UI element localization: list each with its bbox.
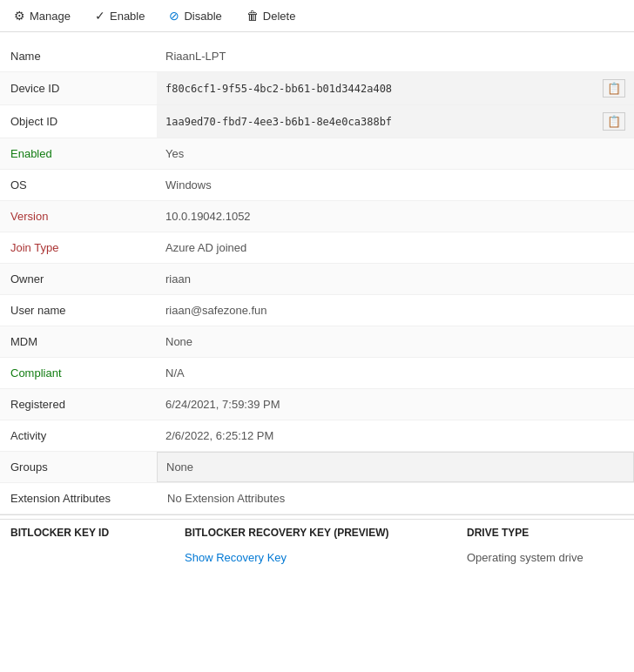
object-id-text: 1aa9ed70-fbd7-4ee3-b6b1-8e4e0ca388bf xyxy=(165,116,392,128)
user-name-label: User name xyxy=(0,295,157,326)
owner-value: riaan xyxy=(157,264,634,294)
enabled-label: Enabled xyxy=(0,138,157,169)
manage-icon: ⚙ xyxy=(14,9,25,23)
mdm-label: MDM xyxy=(0,326,157,357)
user-name-value: riaan@safezone.fun xyxy=(157,295,634,326)
device-id-text: f80c6cf1-9f55-4bc2-bb61-b01d3442a408 xyxy=(165,83,392,95)
bitlocker-key-id-header: BITLOCKER KEY ID xyxy=(10,527,185,539)
bitlocker-data-row: Show Recovery Key Operating system drive xyxy=(0,546,634,569)
mdm-row: MDM None xyxy=(0,326,634,358)
object-id-value: 1aa9ed70-fbd7-4ee3-b6b1-8e4e0ca388bf 📋 xyxy=(157,105,634,138)
manage-label: Manage xyxy=(30,10,71,23)
name-value: RiaanL-LPT xyxy=(157,41,634,71)
table-separator xyxy=(0,514,634,515)
device-id-value: f80c6cf1-9f55-4bc2-bb61-b01d3442a408 📋 xyxy=(157,72,634,104)
user-name-row: User name riaan@safezone.fun xyxy=(0,295,634,326)
compliant-value: N/A xyxy=(157,358,634,388)
show-recovery-key-link[interactable]: Show Recovery Key xyxy=(185,551,467,564)
enable-label: Enable xyxy=(110,10,145,23)
version-label: Version xyxy=(0,201,157,232)
device-id-row: Device ID f80c6cf1-9f55-4bc2-bb61-b01d34… xyxy=(0,72,634,105)
activity-value: 2/6/2022, 6:25:12 PM xyxy=(157,420,634,451)
bitlocker-key-id-cell xyxy=(10,551,185,564)
drive-type-cell: Operating system drive xyxy=(467,551,624,564)
enable-button[interactable]: ✓ Enable xyxy=(91,7,148,24)
groups-label: Groups xyxy=(0,452,157,482)
object-id-row: Object ID 1aa9ed70-fbd7-4ee3-b6b1-8e4e0c… xyxy=(0,105,634,138)
bitlocker-drive-type-header: DRIVE TYPE xyxy=(467,527,624,539)
name-label: Name xyxy=(0,41,157,71)
properties-panel: Name RiaanL-LPT Device ID f80c6cf1-9f55-… xyxy=(0,32,634,578)
registered-label: Registered xyxy=(0,389,157,420)
activity-row: Activity 2/6/2022, 6:25:12 PM xyxy=(0,420,634,452)
bitlocker-table-header: BITLOCKER KEY ID BITLOCKER RECOVERY KEY … xyxy=(0,519,634,546)
disable-button[interactable]: ⊘ Disable xyxy=(165,7,225,24)
object-id-copy-button[interactable]: 📋 xyxy=(603,112,625,131)
version-value: 10.0.19042.1052 xyxy=(157,201,634,232)
join-type-label: Join Type xyxy=(0,232,157,263)
extension-attributes-label: Extension Attributes xyxy=(10,492,167,505)
device-id-label: Device ID xyxy=(0,72,157,104)
owner-label: Owner xyxy=(0,264,157,294)
os-label: OS xyxy=(0,170,157,200)
enabled-value: Yes xyxy=(157,138,634,169)
registered-value: 6/24/2021, 7:59:39 PM xyxy=(157,389,634,420)
version-row: Version 10.0.19042.1052 xyxy=(0,201,634,232)
enable-icon: ✓ xyxy=(95,9,105,23)
disable-icon: ⊘ xyxy=(169,9,179,23)
enabled-row: Enabled Yes xyxy=(0,138,634,170)
join-type-value: Azure AD joined xyxy=(157,232,634,263)
join-type-row: Join Type Azure AD joined xyxy=(0,232,634,264)
manage-button[interactable]: ⚙ Manage xyxy=(10,7,74,24)
delete-button[interactable]: 🗑 Delete xyxy=(243,7,300,24)
compliant-label: Compliant xyxy=(0,358,157,388)
activity-label: Activity xyxy=(0,420,157,451)
groups-row: Groups None xyxy=(0,452,634,483)
owner-row: Owner riaan xyxy=(0,264,634,295)
device-id-copy-button[interactable]: 📋 xyxy=(603,79,625,97)
registered-row: Registered 6/24/2021, 7:59:39 PM xyxy=(0,389,634,420)
groups-value: None xyxy=(157,452,634,482)
delete-icon: 🗑 xyxy=(246,9,259,23)
mdm-value: None xyxy=(157,326,634,357)
disable-label: Disable xyxy=(184,10,221,23)
toolbar: ⚙ Manage ✓ Enable ⊘ Disable 🗑 Delete xyxy=(0,0,634,32)
name-row: Name RiaanL-LPT xyxy=(0,41,634,72)
os-row: OS Windows xyxy=(0,170,634,201)
extension-attributes-row: Extension Attributes No Extension Attrib… xyxy=(0,483,634,514)
os-value: Windows xyxy=(157,170,634,200)
extension-attributes-value: No Extension Attributes xyxy=(167,492,624,505)
object-id-label: Object ID xyxy=(0,105,157,138)
compliant-row: Compliant N/A xyxy=(0,358,634,389)
bitlocker-recovery-key-header: BITLOCKER RECOVERY KEY (Preview) xyxy=(185,527,467,539)
delete-label: Delete xyxy=(263,10,296,23)
